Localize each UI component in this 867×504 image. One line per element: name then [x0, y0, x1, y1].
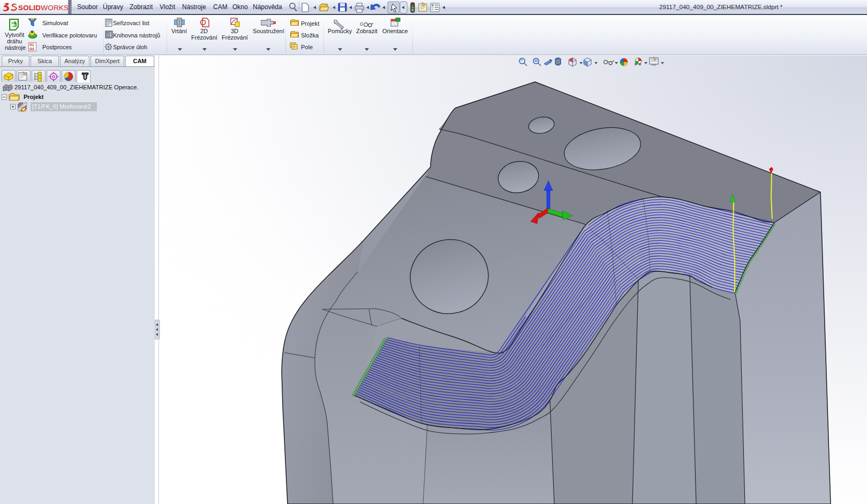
- svg-text:G1: G1: [29, 43, 34, 47]
- svg-text:6: 6: [360, 20, 363, 27]
